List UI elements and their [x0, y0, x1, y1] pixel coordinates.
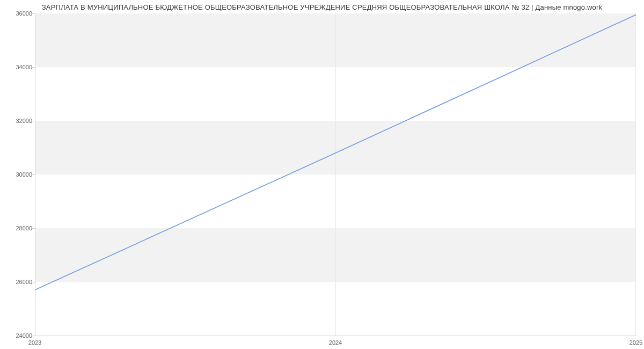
y-tick-mark — [32, 13, 35, 14]
chart-title: ЗАРПЛАТА В МУНИЦИПАЛЬНОЕ БЮДЖЕТНОЕ ОБЩЕО… — [0, 3, 644, 11]
x-tick-label: 2025 — [630, 339, 642, 346]
y-axis-line — [35, 13, 35, 336]
plot-area — [35, 13, 636, 336]
y-tick-mark — [32, 67, 35, 68]
y-tick-mark — [32, 282, 35, 282]
x-tick-label: 2023 — [28, 339, 41, 346]
x-tick-label: 2024 — [329, 339, 342, 346]
y-tick-label: 34000 — [0, 64, 32, 70]
y-tick-label: 30000 — [0, 171, 32, 178]
y-tick-label: 32000 — [0, 118, 32, 124]
y-tick-label: 28000 — [0, 225, 32, 231]
y-tick-label: 36000 — [0, 10, 32, 17]
y-tick-mark — [32, 228, 35, 229]
y-tick-mark — [32, 121, 35, 121]
line-series — [35, 13, 636, 336]
y-tick-mark — [32, 336, 35, 336]
y-tick-mark — [32, 174, 35, 175]
x-axis-line — [35, 336, 636, 336]
y-tick-label: 26000 — [0, 279, 32, 285]
y-tick-label: 24000 — [0, 332, 32, 339]
